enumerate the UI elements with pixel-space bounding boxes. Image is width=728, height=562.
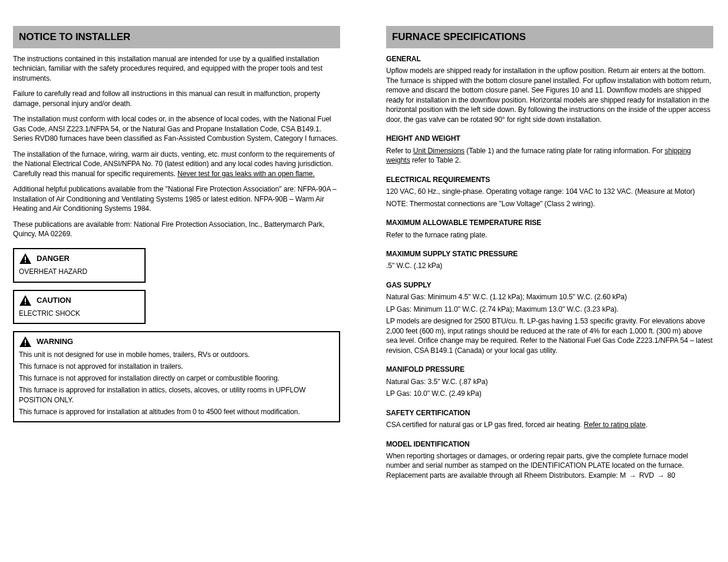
- arrow-right-icon: →: [629, 471, 636, 481]
- subhead-model-id: MODEL IDENTIFICATION: [386, 439, 713, 449]
- warning-item-3: This furnace is not approved for install…: [19, 373, 334, 383]
- page: NOTICE TO INSTALLER The instructions con…: [0, 0, 728, 562]
- height-weight-paragraph: Refer to Unit Dimensions (Table 1) and t…: [386, 146, 713, 166]
- danger-box: DANGER OVERHEAT HAZARD: [13, 248, 146, 282]
- electrical-paragraph: 120 VAC, 60 Hz., single-phase. Operating…: [386, 187, 713, 196]
- warning-item-1: This unit is not designed for use in mob…: [19, 350, 334, 359]
- hw-suffix: refer to Table 2.: [410, 156, 461, 164]
- safety-prefix: CSA certified for natural gas or LP gas …: [386, 421, 584, 429]
- warning-triangle-icon: [19, 336, 32, 348]
- mi-suffix: 80: [666, 471, 676, 480]
- safety-cert-paragraph: CSA certified for natural gas or LP gas …: [386, 420, 713, 429]
- caution-text: ELECTRIC SHOCK: [19, 309, 140, 318]
- gas-supply-3: LP models are designed for 2500 BTU/cu. …: [386, 316, 713, 355]
- svg-rect-5: [25, 344, 26, 345]
- danger-text: OVERHEAT HAZARD: [19, 267, 140, 276]
- general-paragraph: Upflow models are shipped ready for inst…: [386, 66, 713, 124]
- left-paragraph-2: Failure to carefully read and follow all…: [13, 89, 340, 108]
- warning-triangle-icon: [19, 295, 32, 306]
- left-paragraph-4: The installation of the furnace, wiring,…: [13, 150, 340, 178]
- svg-rect-4: [25, 339, 26, 343]
- svg-rect-2: [25, 298, 26, 302]
- arrow-right-icon: →: [657, 471, 664, 481]
- never-test-warning: Never test for gas leaks with an open fl…: [177, 170, 315, 178]
- left-paragraph-6: These publications are available from: N…: [13, 220, 340, 239]
- manifold-2: LP Gas: 10.0" W.C. (2.49 kPa): [386, 389, 713, 398]
- svg-rect-1: [25, 262, 26, 263]
- subhead-safety-cert: SAFETY CERTIFICATION: [386, 408, 713, 418]
- hw-prefix: Refer to: [386, 147, 413, 155]
- subhead-max-static: MAXIMUM SUPPLY STATIC PRESSURE: [386, 249, 713, 259]
- warning-triangle-icon: [19, 253, 32, 265]
- subhead-general: GENERAL: [386, 54, 713, 64]
- subhead-gas-supply: GAS SUPPLY: [386, 280, 713, 290]
- max-rise-paragraph: Refer to the furnace rating plate.: [386, 230, 713, 240]
- column-right: FURNACE SPECIFICATIONS GENERAL Upflow mo…: [386, 26, 713, 562]
- caution-box: CAUTION ELECTRIC SHOCK: [13, 290, 146, 324]
- danger-label: DANGER: [37, 253, 70, 265]
- warning-item-5: This furnace is approved for installatio…: [19, 407, 334, 416]
- subhead-electrical: ELECTRICAL REQUIREMENTS: [386, 175, 713, 184]
- gas-supply-2: LP Gas: Minimum 11.0" W.C. (2.74 kPa); M…: [386, 305, 713, 314]
- left-paragraph-1: The instructions contained in this insta…: [13, 54, 340, 83]
- rating-plate-link[interactable]: Refer to rating plate: [584, 421, 645, 429]
- hw-mid: (Table 1) and the furnace rating plate f…: [465, 147, 664, 155]
- subhead-max-rise: MAXIMUM ALLOWABLE TEMPERATURE RISE: [386, 218, 713, 227]
- manifold-1: Natural Gas: 3.5" W.C. (.87 kPa): [386, 377, 713, 386]
- model-id-paragraph: When reporting shortages or damages, or …: [386, 451, 713, 480]
- safety-suffix: .: [645, 421, 647, 429]
- mi-mid: RVD: [637, 471, 654, 480]
- warning-label: WARNING: [37, 336, 73, 348]
- column-left: NOTICE TO INSTALLER The instructions con…: [13, 26, 340, 562]
- subhead-manifold: MANIFOLD PRESSURE: [386, 365, 713, 374]
- max-static-paragraph: .5" W.C. (.12 kPa): [386, 261, 713, 270]
- warning-box: WARNING This unit is not designed for us…: [13, 331, 340, 422]
- left-paragraph-3: The installation must conform with local…: [13, 114, 340, 143]
- subhead-height-weight: HEIGHT AND WEIGHT: [386, 134, 713, 143]
- gas-supply-1: Natural Gas: Minimum 4.5" W.C. (1.12 kPa…: [386, 292, 713, 302]
- section-title-left: NOTICE TO INSTALLER: [13, 26, 340, 48]
- electrical-note: NOTE: Thermostat connections are "Low Vo…: [386, 199, 713, 209]
- caution-label: CAUTION: [37, 295, 71, 306]
- warning-item-2: This furnace is not approved for install…: [19, 362, 334, 371]
- left-paragraph-5: Additional helpful publications availabl…: [13, 184, 340, 213]
- svg-rect-0: [25, 257, 26, 261]
- unit-dimensions-link[interactable]: Unit Dimensions: [413, 147, 465, 155]
- section-title-right: FURNACE SPECIFICATIONS: [386, 26, 713, 48]
- warning-item-4: This furnace is approved for installatio…: [19, 385, 334, 404]
- svg-rect-3: [25, 303, 26, 304]
